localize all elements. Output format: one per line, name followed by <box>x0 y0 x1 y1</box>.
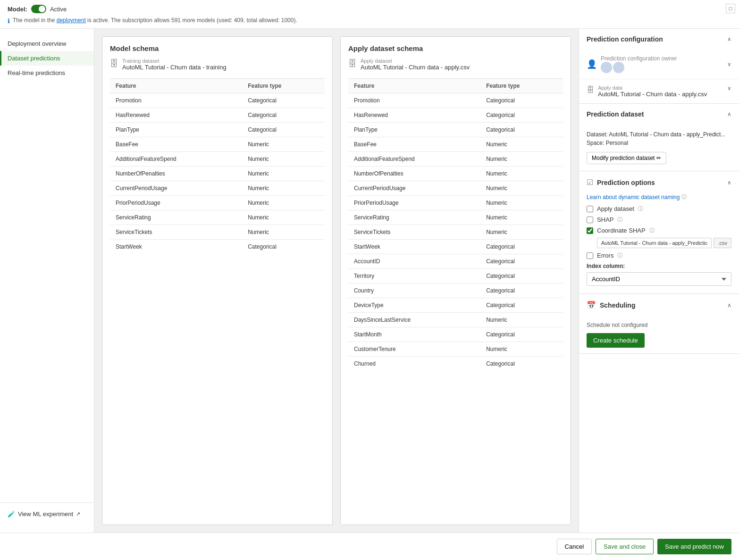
table-row: BaseFeeNumeric <box>110 137 325 152</box>
sidebar-item-deployment-overview[interactable]: Deployment overview <box>0 36 94 51</box>
prediction-options-title: Prediction options <box>597 179 655 186</box>
table-row: ChurnedCategorical <box>348 357 563 371</box>
table-row: StartMonthCategorical <box>348 327 563 342</box>
avatar-group <box>601 62 677 73</box>
scheduling-header[interactable]: 📅 Scheduling ∧ <box>579 294 739 316</box>
apply-data-db-icon: 🗄 <box>587 86 594 94</box>
table-row: NumberOfPenaltiesNumeric <box>110 167 325 181</box>
feature-name: PriorPeriodUsage <box>110 196 242 210</box>
feature-name: NumberOfPenalties <box>110 167 242 181</box>
sidebar-item-dataset-predictions[interactable]: Dataset predictions <box>0 51 94 66</box>
table-row: PriorPeriodUsageNumeric <box>348 196 563 210</box>
table-row: HasRenewedCategorical <box>348 108 563 123</box>
index-column-select[interactable]: AccountID Promotion HasRenewed PlanType <box>587 272 731 286</box>
prediction-dataset-title: Prediction dataset <box>587 110 644 118</box>
table-row: CurrentPeriodUsageNumeric <box>348 181 563 196</box>
info-text: The model in the deployment is active. T… <box>13 17 297 24</box>
prediction-config-section: Prediction configuration ∧ 👤 Prediction … <box>579 29 739 104</box>
dynamic-naming-label: Learn about dynamic dataset naming <box>587 194 680 201</box>
model-col-feature: Feature <box>110 79 242 93</box>
apply-col-feature-type: Feature type <box>480 79 563 93</box>
person-icon: 👤 <box>587 59 597 69</box>
cancel-button[interactable]: Cancel <box>557 539 592 554</box>
table-row: NumberOfPenaltiesNumeric <box>348 167 563 181</box>
table-row: CustomerTenureNumeric <box>348 342 563 357</box>
feature-type: Numeric <box>480 181 563 196</box>
feature-type: Categorical <box>242 123 325 137</box>
index-column-label: Index column: <box>587 263 731 269</box>
prediction-config-header[interactable]: Prediction configuration ∧ <box>579 29 739 50</box>
model-schema-title: Model schema <box>110 44 325 52</box>
table-row: ServiceRatingNumeric <box>348 210 563 225</box>
apply-dataset-checkbox-row: Apply dataset ⓘ <box>587 205 731 212</box>
shap-checkbox-row: SHAP ⓘ <box>587 216 731 223</box>
flask-icon: 🧪 <box>8 510 15 518</box>
prediction-options-header[interactable]: ☑ Prediction options ∧ <box>579 171 739 193</box>
apply-dataset-checkbox[interactable] <box>587 206 593 212</box>
prediction-dataset-header[interactable]: Prediction dataset ∧ <box>579 104 739 125</box>
scheduling-chevron: ∧ <box>727 302 731 309</box>
errors-checkbox[interactable] <box>587 252 593 259</box>
feature-type: Numeric <box>242 181 325 196</box>
prediction-config-chevron: ∧ <box>727 36 731 42</box>
feature-type: Categorical <box>480 357 563 371</box>
apply-dataset-checkbox-label: Apply dataset <box>597 205 634 212</box>
dynamic-naming-link[interactable]: Learn about dynamic dataset naming ⓘ <box>587 193 731 201</box>
table-row: StartWeekCategorical <box>348 240 563 254</box>
feature-type: Numeric <box>242 152 325 167</box>
deployment-link[interactable]: deployment <box>57 17 86 24</box>
table-row: ServiceRatingNumeric <box>110 210 325 225</box>
table-row: PromotionCategorical <box>110 93 325 108</box>
table-row: AdditionalFeatureSpendNumeric <box>348 152 563 167</box>
scheduling-title: Scheduling <box>600 301 635 309</box>
feature-type: Categorical <box>242 93 325 108</box>
table-row: PromotionCategorical <box>348 93 563 108</box>
apply-dataset-label: Apply dataset <box>361 58 470 64</box>
active-label: Active <box>50 6 67 13</box>
apply-dataset-icon: 🗄 <box>348 59 357 69</box>
prediction-dataset-content: Dataset: AutoML Tutorial - Churn data - … <box>579 125 739 171</box>
save-and-predict-button[interactable]: Save and predict now <box>657 539 731 554</box>
prediction-dataset-section: Prediction dataset ∧ Dataset: AutoML Tut… <box>579 104 739 171</box>
apply-dataset-info-icon: ⓘ <box>638 205 643 212</box>
shap-checkbox[interactable] <box>587 217 593 223</box>
coordinate-shap-checkbox[interactable] <box>587 227 593 234</box>
model-toggle[interactable] <box>31 5 46 13</box>
window-expand-button[interactable]: □ <box>726 4 735 13</box>
right-panel: Prediction configuration ∧ 👤 Prediction … <box>579 29 739 533</box>
modify-prediction-dataset-button[interactable]: Modify prediction dataset ✏ <box>587 152 666 164</box>
errors-checkbox-row: Errors ⓘ <box>587 252 731 259</box>
avatar-1 <box>601 62 612 73</box>
coordinate-shap-checkbox-row: Coordinate SHAP ⓘ <box>587 227 731 234</box>
apply-schema-title: Apply dataset schema <box>348 44 563 52</box>
table-row: AdditionalFeatureSpendNumeric <box>110 152 325 167</box>
table-row: BaseFeeNumeric <box>348 137 563 152</box>
apply-data-name: AutoML Tutorial - Churn data - apply.csv <box>598 91 723 98</box>
coordinate-shap-input-row: .csv <box>597 238 731 248</box>
owner-row: 👤 Prediction configuration owner ∨ <box>579 50 739 79</box>
prediction-options-icon: ☑ <box>587 178 593 187</box>
errors-checkbox-label: Errors <box>597 252 613 259</box>
footer: Cancel Save and close Save and predict n… <box>0 533 739 560</box>
avatar-2 <box>613 62 624 73</box>
sidebar: Deployment overview Dataset predictions … <box>0 29 94 533</box>
feature-name: StartWeek <box>110 240 242 254</box>
prediction-options-section: ☑ Prediction options ∧ Learn about dynam… <box>579 171 739 294</box>
feature-name: HasRenewed <box>110 108 242 123</box>
view-experiment-link[interactable]: 🧪 View ML experiment ↗ <box>8 510 86 518</box>
feature-type: Categorical <box>480 269 563 284</box>
feature-type: Categorical <box>480 327 563 342</box>
feature-name: DaysSinceLastService <box>348 313 480 327</box>
save-and-close-button[interactable]: Save and close <box>596 539 654 554</box>
coordinate-shap-input[interactable] <box>597 238 712 248</box>
table-row: PriorPeriodUsageNumeric <box>110 196 325 210</box>
model-col-feature-type: Feature type <box>242 79 325 93</box>
feature-name: DeviceType <box>348 298 480 313</box>
errors-info-icon: ⓘ <box>617 252 622 259</box>
feature-name: AccountID <box>348 254 480 269</box>
apply-data-row: 🗄 Apply data AutoML Tutorial - Churn dat… <box>579 79 739 103</box>
create-schedule-button[interactable]: Create schedule <box>587 333 645 348</box>
apply-col-feature: Feature <box>348 79 480 93</box>
feature-name: PriorPeriodUsage <box>348 196 480 210</box>
sidebar-item-real-time-predictions[interactable]: Real-time predictions <box>0 66 94 80</box>
